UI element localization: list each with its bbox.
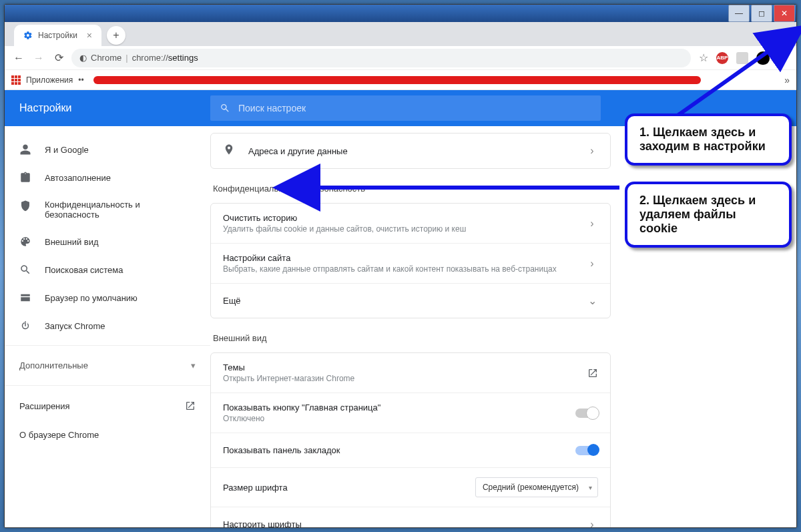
sidebar-item-default-browser[interactable]: Браузер по умолчанию (5, 284, 210, 312)
bookmark-star-icon[interactable]: ☆ (699, 51, 708, 64)
annotation-callout-1: 1. Щелкаем здесь и заходим в настройки (625, 113, 792, 166)
settings-search[interactable] (210, 95, 601, 121)
sidebar-item-startup[interactable]: Запуск Chrome (5, 312, 210, 340)
window-minimize-button[interactable]: — (728, 5, 750, 22)
palette-icon (19, 236, 31, 248)
sidebar-item-privacy[interactable]: Конфиденциальность и безопасность (5, 192, 210, 228)
tab-close-icon[interactable]: × (87, 30, 92, 41)
addresses-row[interactable]: Адреса и другие данные › (211, 134, 610, 168)
search-icon (220, 103, 230, 113)
sidebar-item-label: Запуск Chrome (45, 321, 105, 331)
font-size-select[interactable]: Средний (рекомендуется)▾ (475, 477, 598, 497)
browser-window: — ◻ ✕ Настройки × + ← → ⟳ ◐ Chrome | chr… (4, 4, 797, 528)
sidebar-item-autofill[interactable]: Автозаполнение (5, 164, 210, 192)
sidebar-item-search[interactable]: Поисковая система (5, 256, 210, 284)
customize-fonts-row[interactable]: Настроить шрифты › (211, 507, 610, 527)
chevron-right-icon: › (586, 218, 598, 230)
new-tab-button[interactable]: + (107, 26, 125, 45)
settings-title: Настройки (5, 102, 210, 114)
settings-main: Адреса и другие данные › Конфиденциально… (210, 126, 611, 527)
home-button-row[interactable]: Показывать кнопку "Главная страница" Отк… (211, 392, 610, 433)
sidebar-extensions[interactable]: Расширения (5, 391, 210, 421)
sidebar-about[interactable]: О браузере Chrome (5, 421, 210, 449)
gear-icon (23, 31, 33, 40)
search-icon (19, 264, 31, 276)
sidebar-item-you-and-google[interactable]: Я и Google (5, 136, 210, 164)
extension-icon[interactable] (736, 52, 748, 64)
section-appearance-title: Внешний вид (213, 333, 611, 343)
more-row[interactable]: Ещё ⌄ (211, 283, 610, 318)
open-in-new-icon (587, 368, 598, 378)
sidebar-item-label: Внешний вид (45, 237, 99, 247)
sidebar-advanced[interactable]: Дополнительные ▾ (5, 351, 210, 380)
window-titlebar: — ◻ ✕ (5, 5, 796, 22)
bookmarks-overflow-icon[interactable]: » (784, 75, 790, 85)
sidebar-item-label: Поисковая система (45, 265, 123, 275)
url-field[interactable]: ◐ Chrome | chrome://settings (71, 49, 691, 67)
reload-button[interactable]: ⟳ (51, 51, 66, 64)
forward-button[interactable]: → (31, 52, 46, 64)
themes-row[interactable]: Темы Открыть Интернет-магазин Chrome (211, 353, 610, 392)
redacted-bookmark-strip (93, 76, 701, 84)
window-icon (19, 292, 31, 304)
chevron-right-icon: › (586, 258, 598, 270)
url-scheme-label: Chrome (91, 53, 121, 63)
clipboard-icon (19, 172, 31, 184)
location-icon (223, 144, 235, 158)
bookmarks-bar: Приложения •• » (5, 70, 796, 90)
home-button-toggle[interactable] (575, 409, 598, 418)
profile-avatar[interactable] (756, 51, 770, 65)
apps-label[interactable]: Приложения (26, 75, 73, 85)
person-icon (19, 144, 31, 156)
sidebar-item-label: Браузер по умолчанию (45, 293, 138, 303)
globe-icon: ◐ (79, 53, 87, 63)
chevron-right-icon: › (586, 145, 598, 157)
bookmark-item[interactable]: •• (78, 75, 83, 85)
open-in-new-icon (185, 401, 196, 411)
shield-icon (19, 200, 31, 212)
abp-extension-icon[interactable]: ABP (716, 52, 728, 64)
window-maximize-button[interactable]: ◻ (751, 5, 772, 22)
tab-title: Настройки (38, 31, 77, 40)
power-icon (19, 320, 31, 332)
bookmarks-bar-toggle[interactable] (575, 446, 598, 455)
section-privacy-title: Конфиденциальность и безопасность (213, 184, 611, 194)
site-settings-row[interactable]: Настройки сайта Выбрать, какие данные от… (211, 243, 610, 283)
chevron-right-icon: › (586, 519, 598, 528)
back-button[interactable]: ← (11, 52, 26, 64)
tab-strip: Настройки × + (5, 22, 796, 46)
sidebar-item-appearance[interactable]: Внешний вид (5, 228, 210, 256)
address-bar: ← → ⟳ ◐ Chrome | chrome://settings ☆ ABP (5, 46, 796, 70)
sidebar-item-label: Я и Google (45, 145, 89, 155)
window-close-button[interactable]: ✕ (774, 5, 795, 22)
apps-icon[interactable] (11, 75, 21, 85)
chevron-down-icon: ⌄ (586, 294, 598, 307)
font-size-row: Размер шрифта Средний (рекомендуется)▾ (211, 467, 610, 507)
annotation-callout-2: 2. Щелкаем здесь и удаляем файлы cookie (625, 182, 792, 248)
bookmarks-bar-row[interactable]: Показывать панель закладок (211, 433, 610, 467)
settings-sidebar: Я и Google Автозаполнение Конфиденциальн… (5, 126, 210, 527)
sidebar-item-label: Автозаполнение (45, 173, 111, 183)
clear-history-row[interactable]: Очистить историю Удалить файлы cookie и … (211, 204, 610, 243)
chevron-down-icon: ▾ (191, 360, 196, 370)
settings-search-input[interactable] (238, 103, 591, 113)
chrome-menu-button[interactable] (778, 53, 787, 63)
browser-tab[interactable]: Настройки × (14, 25, 101, 46)
sidebar-item-label: Конфиденциальность и безопасность (45, 200, 165, 220)
